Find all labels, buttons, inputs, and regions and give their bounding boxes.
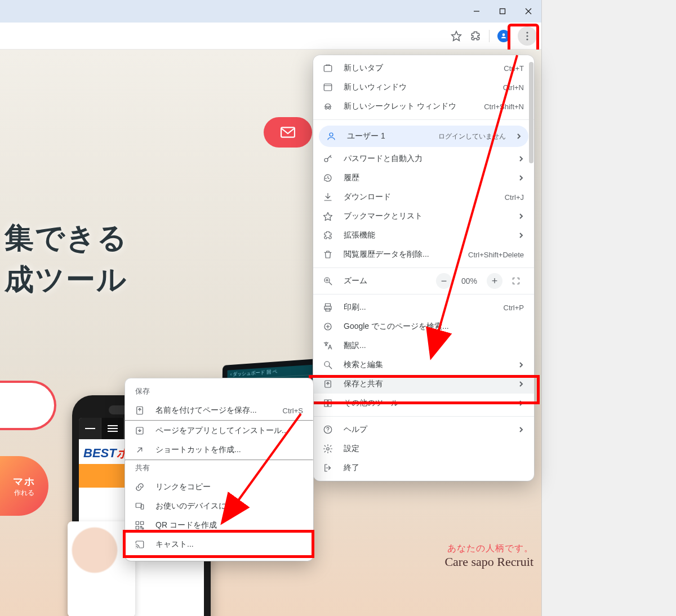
google-icon <box>322 321 333 332</box>
menu-item-new-window[interactable]: 新しいウィンドウ Ctrl+N <box>313 78 534 97</box>
help-icon <box>322 424 333 435</box>
menu-scrollbar[interactable] <box>528 59 534 477</box>
menu-item-new-tab[interactable]: 新しいタブ Ctrl+T <box>313 59 534 78</box>
svg-point-15 <box>330 133 333 136</box>
app-menu-button[interactable] <box>518 26 537 46</box>
devices-icon <box>134 501 145 512</box>
menu-item-help[interactable]: ヘルプ <box>313 420 534 439</box>
svg-rect-41 <box>141 521 144 524</box>
menu-item-extensions[interactable]: 拡張機能 <box>313 226 534 245</box>
submenu-heading-share: 共有 <box>125 461 313 477</box>
translate-icon <box>322 340 333 351</box>
menu-item-exit[interactable]: 終了 <box>313 458 534 477</box>
history-icon <box>322 172 333 184</box>
print-icon <box>322 302 333 313</box>
bookmark-star-icon[interactable] <box>451 30 462 42</box>
recruit-jp: あなたの人柄です。 <box>444 543 533 555</box>
profile-avatar-icon[interactable] <box>497 30 510 42</box>
window-minimize-button[interactable] <box>464 0 490 23</box>
key-icon <box>322 153 333 164</box>
hero-line1: 集できる <box>5 221 128 254</box>
svg-marker-4 <box>452 31 461 41</box>
zoom-out-button[interactable]: − <box>436 273 452 289</box>
svg-rect-30 <box>328 400 331 403</box>
submenu-item-copy-link[interactable]: リンクをコピー <box>125 477 313 497</box>
submenu-item-save-as[interactable]: 名前を付けてページを保存... Ctrl+S <box>125 401 313 420</box>
window-close-button[interactable] <box>515 0 541 23</box>
menu-item-passwords[interactable]: パスワードと自動入力 <box>313 149 534 168</box>
menu-label: ヘルプ <box>344 425 508 435</box>
svg-rect-1 <box>500 9 505 14</box>
chevron-right-icon <box>518 399 524 408</box>
recruit-en: Care sapo Recruit <box>444 555 533 569</box>
menu-label: ショートカットを作成... <box>155 445 303 455</box>
contact-mail-button[interactable] <box>264 117 312 148</box>
hero-pill-outline <box>0 381 56 430</box>
svg-point-5 <box>526 32 528 33</box>
zoom-in-button[interactable]: + <box>487 273 502 289</box>
svg-rect-31 <box>324 404 327 407</box>
window-maximize-button[interactable] <box>490 0 515 23</box>
menu-label: 新しいシークレット ウィンドウ <box>344 101 474 111</box>
menu-item-google-search[interactable]: Google でこのページを検索... <box>313 317 534 336</box>
save-share-icon <box>322 378 333 390</box>
submenu-item-send-devices[interactable]: お使いのデバイスに送信 <box>125 497 313 516</box>
menu-item-find[interactable]: 検索と編集 <box>313 355 534 374</box>
extensions-icon[interactable] <box>470 30 481 42</box>
menu-label: 履歴 <box>344 173 508 183</box>
menu-item-bookmarks[interactable]: ブックマークとリスト <box>313 207 534 226</box>
menu-item-settings[interactable]: 設定 <box>313 439 534 458</box>
hamburger-icon <box>101 418 124 439</box>
menu-item-clear-data[interactable]: 閲覧履歴データを削除... Ctrl+Shift+Delete <box>313 245 534 264</box>
menu-label: ダウンロード <box>344 192 495 202</box>
menu-shortcut: Ctrl+T <box>504 64 524 73</box>
qr-icon <box>134 520 145 531</box>
submenu-item-cast[interactable]: キャスト... <box>125 535 313 554</box>
window-titlebar <box>0 0 541 23</box>
save-page-icon <box>134 405 145 416</box>
exit-icon <box>322 462 333 474</box>
incognito-icon <box>322 101 333 112</box>
menu-item-print[interactable]: 印刷... Ctrl+P <box>313 298 534 317</box>
menu-label: リンクをコピー <box>155 482 303 492</box>
chevron-right-icon <box>516 132 522 141</box>
zoom-icon <box>322 275 333 287</box>
fullscreen-button[interactable] <box>508 273 524 289</box>
menu-label: 終了 <box>344 463 524 473</box>
menu-label: 名前を付けてページを保存... <box>155 405 273 416</box>
chevron-right-icon <box>518 360 524 369</box>
smapho-badge[interactable]: マホ 作れる <box>0 456 48 516</box>
chevron-right-icon <box>518 231 524 240</box>
phone-logo-a: BEST <box>83 446 117 460</box>
new-window-icon <box>322 82 333 93</box>
svg-rect-8 <box>281 127 295 137</box>
menu-item-history[interactable]: 履歴 <box>313 168 534 188</box>
menu-item-incognito[interactable]: 新しいシークレット ウィンドウ Ctrl+Shift+N <box>313 97 534 116</box>
menu-label: 新しいウィンドウ <box>344 82 493 92</box>
toolbar-separator <box>489 30 490 42</box>
submenu-item-qr[interactable]: QR コードを作成 <box>125 516 313 535</box>
menu-item-save-share[interactable]: 保存と共有 <box>313 374 534 394</box>
menu-shortcut: Ctrl+Shift+Delete <box>468 251 524 259</box>
svg-rect-10 <box>324 84 332 91</box>
recruit-block: あなたの人柄です。 Care sapo Recruit <box>444 543 533 569</box>
menu-item-more-tools[interactable]: その他のツール <box>313 394 534 413</box>
menu-label: 印刷... <box>344 302 493 313</box>
svg-point-26 <box>324 361 330 367</box>
browser-toolbar <box>0 23 541 50</box>
menu-item-user[interactable]: ユーザー 1 ログインしていません <box>319 126 528 147</box>
download-icon <box>322 191 333 203</box>
menu-item-translate[interactable]: 翻訳... <box>313 336 534 355</box>
chevron-right-icon <box>518 173 524 182</box>
menu-item-downloads[interactable]: ダウンロード Ctrl+J <box>313 188 534 207</box>
menu-label: ブックマークとリスト <box>344 211 508 221</box>
svg-rect-9 <box>324 66 332 72</box>
install-app-icon <box>134 425 145 436</box>
smapho-main: マホ <box>13 475 35 488</box>
chevron-right-icon <box>518 380 524 389</box>
menu-label: 新しいタブ <box>344 63 493 73</box>
submenu-item-install-app[interactable]: ページをアプリとしてインストール... <box>125 421 313 440</box>
svg-rect-22 <box>326 303 331 306</box>
trash-icon <box>322 249 333 260</box>
submenu-item-shortcut[interactable]: ショートカットを作成... <box>125 440 313 459</box>
